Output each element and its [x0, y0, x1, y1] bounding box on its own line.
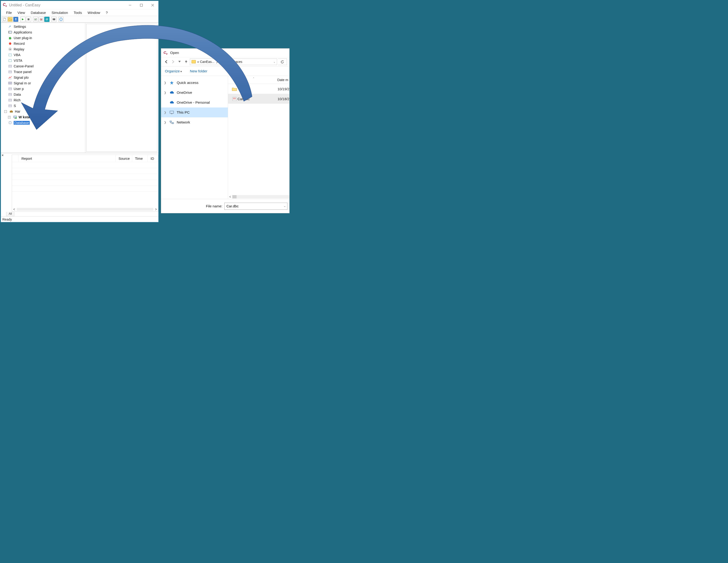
tree-item-replay[interactable]: Replay — [2, 46, 85, 52]
svg-rect-17 — [54, 18, 55, 20]
tree-item-user-p[interactable]: User p — [2, 86, 85, 92]
monitor-icon: 42 — [8, 81, 12, 85]
menu-database[interactable]: Database — [28, 10, 48, 15]
tree-item-applications[interactable]: Applications — [2, 29, 85, 35]
svg-point-66 — [233, 99, 234, 99]
svg-rect-43 — [9, 99, 12, 101]
file-list-hscroll[interactable]: < — [228, 195, 289, 199]
tree-item-har[interactable]: -Har — [2, 109, 85, 114]
info-icon[interactable]: i — [58, 17, 64, 22]
minimize-button[interactable] — [124, 1, 136, 9]
col-id[interactable]: ID — [148, 155, 158, 162]
panel-icon — [8, 98, 12, 102]
tree-expander[interactable]: - — [4, 110, 7, 113]
file-name-input[interactable]: Car.dbc ⌄ — [224, 203, 287, 210]
svg-point-63 — [233, 98, 234, 98]
sidebar-item-quick-access[interactable]: ❯Quick access — [161, 78, 228, 88]
tree-item-label: Rich — [14, 98, 20, 102]
open-file-icon[interactable] — [8, 17, 13, 22]
tree-item-vba[interactable]: VBA — [2, 52, 85, 58]
file-date: 10/18/2 — [278, 97, 289, 101]
new-folder-button[interactable]: New folder — [190, 69, 207, 73]
close-button[interactable] — [147, 1, 158, 9]
menu-tools[interactable]: Tools — [71, 10, 84, 15]
caneasy-main-window: Ce Untitled - CanEasy File View Database… — [1, 1, 159, 222]
svg-rect-50 — [11, 110, 12, 111]
tree-item-signal-m-or[interactable]: 42Signal m or — [2, 80, 85, 86]
window-icon — [8, 53, 12, 57]
menu-simulation[interactable]: Simulation — [49, 10, 70, 15]
save-file-icon[interactable] — [13, 17, 18, 22]
folder-icon — [231, 87, 237, 91]
tree-item-settings[interactable]: Settings — [2, 24, 85, 29]
chevron-down-icon[interactable]: ⌄ — [284, 205, 286, 208]
chevron-down-icon[interactable]: ⌄ — [273, 60, 275, 63]
cloud-icon — [169, 90, 174, 95]
refresh-button[interactable] — [278, 58, 287, 65]
new-file-icon[interactable] — [2, 17, 7, 22]
menu-view[interactable]: View — [15, 10, 27, 15]
tree-item-workstation[interactable]: +W kstation — [2, 114, 85, 120]
report-hscroll[interactable]: <> — [12, 207, 158, 211]
tree-item-user-plug-in[interactable]: User plug-in — [2, 35, 85, 41]
svg-rect-6 — [15, 18, 16, 19]
organize-menu[interactable]: Organize — [165, 69, 182, 73]
col-name[interactable]: ˄ N — [235, 78, 276, 82]
title-bar: Ce Untitled - CanEasy — [1, 1, 158, 9]
col-date[interactable]: Date m — [277, 78, 288, 82]
maximize-button[interactable] — [136, 1, 147, 9]
close-panel-icon[interactable]: ✕ — [1, 154, 4, 157]
tree-pane: SettingsApplicationsUser plug-inRecordRe… — [1, 23, 85, 153]
col-source[interactable]: Source — [116, 155, 132, 162]
report-tab-all[interactable]: All — [6, 212, 14, 216]
col-time[interactable]: Time — [132, 155, 148, 162]
menu-file[interactable]: File — [4, 10, 14, 15]
panel-icon — [8, 104, 12, 108]
toolbar: i — [1, 16, 158, 23]
toolbar-btn-sync[interactable] — [44, 17, 49, 22]
tree-item-canoe-panel[interactable]: Canoe-Panel — [2, 63, 85, 69]
svg-rect-1 — [140, 4, 143, 6]
toolbar-btn-b[interactable] — [39, 17, 44, 22]
run-icon[interactable] — [20, 17, 25, 22]
file-row[interactable]: 10/19/2 — [228, 84, 289, 94]
svg-rect-9 — [28, 18, 29, 20]
tree-item-s[interactable]: S — [2, 103, 85, 109]
chevron-right-icon[interactable]: ❯ — [164, 91, 167, 94]
tree-item-trace-panel[interactable]: Trace panel — [2, 69, 85, 75]
tree-item-label: Har — [15, 110, 20, 113]
nav-back-icon[interactable] — [164, 59, 169, 65]
sidebar-item-label: Quick access — [177, 81, 198, 85]
sidebar-item-this-pc[interactable]: ❯This PC — [161, 107, 228, 117]
sidebar-item-onedrive-personal[interactable]: OneDrive - Personal — [161, 98, 228, 107]
tree-item-signal-plo[interactable]: Signal plo — [2, 75, 85, 80]
tree-item-database[interactable]: Database — [2, 120, 85, 126]
svg-text:i: i — [61, 18, 61, 21]
tree-item-rich[interactable]: Rich — [2, 97, 85, 103]
sidebar-item-onedrive[interactable]: ❯OneDrive — [161, 88, 228, 98]
tree-item-data[interactable]: Data — [2, 92, 85, 97]
svg-marker-55 — [178, 61, 181, 62]
tree-expander[interactable]: + — [8, 116, 11, 119]
menu-window[interactable]: Window — [85, 10, 102, 15]
toolbar-btn-a[interactable] — [33, 17, 38, 22]
svg-rect-21 — [9, 31, 12, 33]
stop-icon[interactable] — [26, 17, 31, 22]
window-icon — [8, 59, 12, 62]
sidebar-item-network[interactable]: ❯Network — [161, 117, 228, 127]
tree-item-record[interactable]: Record — [2, 41, 85, 46]
file-row[interactable]: Car.dbc10/18/2 — [228, 94, 289, 104]
tree-item-vsta[interactable]: VSTA — [2, 58, 85, 63]
chevron-right-icon[interactable]: ❯ — [164, 121, 167, 124]
breadcrumb[interactable]: « CanEas... ❯ kspaces ⌄ — [190, 58, 277, 65]
nav-forward-icon[interactable] — [170, 59, 176, 65]
col-report[interactable]: Report — [19, 155, 116, 162]
nav-recent-icon[interactable] — [177, 59, 182, 65]
chevron-right-icon[interactable]: ❯ — [164, 111, 167, 114]
chevron-right-icon[interactable]: ❯ — [164, 81, 167, 84]
nav-up-icon[interactable] — [183, 59, 189, 65]
toolbar-btn-find[interactable] — [51, 17, 57, 22]
tree-item-label: Record — [14, 42, 25, 45]
tree-item-label: S — [14, 104, 16, 108]
menu-help[interactable]: ? — [103, 10, 110, 15]
